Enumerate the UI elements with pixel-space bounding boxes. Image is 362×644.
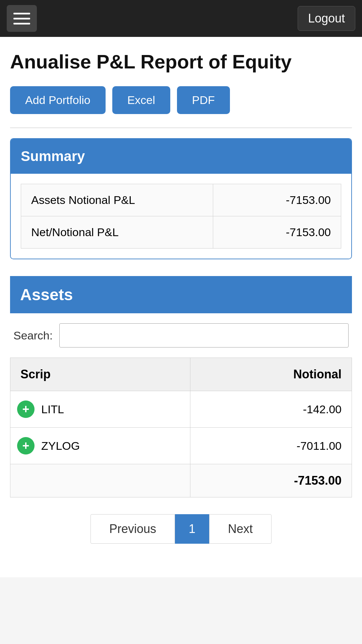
scrip-column-header: Scrip <box>10 358 190 391</box>
summary-value: -7153.00 <box>213 184 341 216</box>
total-row: -7153.00 <box>10 464 352 497</box>
total-value: -7153.00 <box>190 464 352 497</box>
search-row: Search: <box>10 323 352 347</box>
summary-title: Summary <box>21 148 85 164</box>
scrip-name: ZYLOG <box>41 439 80 452</box>
table-row: Net/Notional P&L -7153.00 <box>21 216 341 249</box>
action-buttons-row: Add Portfolio Excel PDF <box>10 86 352 114</box>
summary-header: Summary <box>11 139 351 174</box>
table-row: + ZYLOG -7011.00 <box>10 428 352 464</box>
scrip-cell: + LITL <box>10 391 190 428</box>
assets-header: Assets <box>10 276 352 313</box>
notional-value: -7011.00 <box>190 428 352 464</box>
summary-table: Assets Notional P&L -7153.00 Net/Notiona… <box>21 184 341 249</box>
scrip-name: LITL <box>41 403 64 416</box>
assets-section: Assets Search: Scrip Notional + LITL -14… <box>10 276 352 497</box>
assets-title: Assets <box>20 286 73 304</box>
total-label <box>10 464 190 497</box>
add-portfolio-button[interactable]: Add Portfolio <box>10 86 106 114</box>
summary-label: Net/Notional P&L <box>21 216 213 249</box>
notional-value: -142.00 <box>190 391 352 428</box>
expand-icon[interactable]: + <box>17 400 35 418</box>
table-row: + LITL -142.00 <box>10 391 352 428</box>
scrip-cell: + ZYLOG <box>10 428 190 464</box>
assets-table: Scrip Notional + LITL -142.00 + ZYLOG - <box>10 358 352 497</box>
hamburger-line-2 <box>13 18 30 19</box>
table-header-row: Scrip Notional <box>10 358 352 391</box>
logout-button[interactable]: Logout <box>298 6 355 31</box>
search-label: Search: <box>13 329 53 342</box>
notional-column-header: Notional <box>190 358 352 391</box>
hamburger-line-3 <box>13 23 30 24</box>
summary-section: Summary Assets Notional P&L -7153.00 Net… <box>10 138 352 259</box>
page-content: Anualise P&L Report of Equity Add Portfo… <box>0 37 362 577</box>
expand-icon[interactable]: + <box>17 437 35 454</box>
app-header: Logout <box>0 0 362 37</box>
summary-value: -7153.00 <box>213 216 341 249</box>
page-title: Anualise P&L Report of Equity <box>10 50 352 73</box>
summary-body: Assets Notional P&L -7153.00 Net/Notiona… <box>11 174 351 259</box>
hamburger-line-1 <box>13 13 30 14</box>
table-row: Assets Notional P&L -7153.00 <box>21 184 341 216</box>
previous-button[interactable]: Previous <box>90 514 175 544</box>
summary-label: Assets Notional P&L <box>21 184 213 216</box>
pdf-button[interactable]: PDF <box>177 86 230 114</box>
excel-button[interactable]: Excel <box>112 86 170 114</box>
pagination: Previous 1 Next <box>10 514 352 544</box>
menu-button[interactable] <box>7 5 37 32</box>
next-button[interactable]: Next <box>209 514 272 544</box>
current-page: 1 <box>175 514 209 544</box>
divider <box>10 127 352 128</box>
search-input[interactable] <box>59 323 349 347</box>
